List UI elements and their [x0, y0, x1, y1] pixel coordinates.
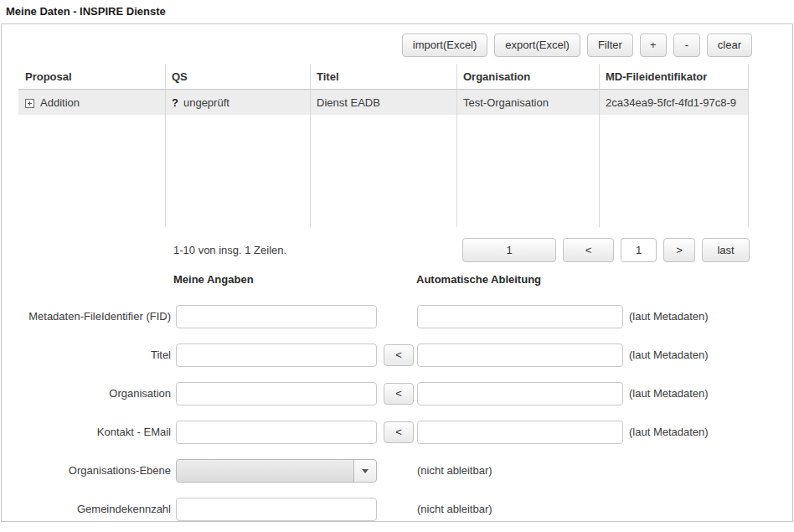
column-header-titel[interactable]: Titel	[310, 64, 456, 89]
gemeindekennzahl-input[interactable]	[176, 498, 377, 521]
page-title: Meine Daten - INSPIRE Dienste	[6, 5, 166, 18]
column-divider	[748, 64, 749, 227]
fid-label: Metadaten-FileIdentifier (FID)	[2, 305, 171, 328]
cell-titel: Dienst EADB	[310, 96, 456, 109]
column-header-proposal[interactable]: Proposal	[18, 64, 165, 89]
auto-fid-input[interactable]	[417, 305, 623, 328]
form-row-gemeindekennzahl: Gemeindekennzahl (nicht ableitbar)	[2, 498, 792, 521]
form-row-fid: Metadaten-FileIdentifier (FID) (laut Met…	[2, 305, 792, 328]
last-page-button[interactable]: last	[702, 238, 750, 262]
organisations-ebene-note: (nicht ableitbar)	[417, 459, 492, 483]
column-header-md-fileidentifikator[interactable]: MD-Fileidentifikator	[599, 64, 749, 89]
table-row[interactable]: Addition ?ungeprüft Dienst EADB Test-Org…	[18, 90, 749, 115]
remove-row-button[interactable]: -	[673, 34, 700, 57]
chevron-down-icon	[362, 469, 369, 473]
add-row-button[interactable]: +	[640, 34, 667, 57]
my-data-column-header: Meine Angaben	[173, 273, 254, 286]
auto-titel-input[interactable]	[417, 343, 623, 367]
form-row-organisations-ebene: Organisations-Ebene (nicht ableitbar)	[2, 459, 792, 483]
fid-note: (laut Metadaten)	[629, 305, 709, 328]
my-organisation-input[interactable]	[176, 382, 377, 405]
organisations-ebene-select[interactable]	[176, 459, 377, 483]
question-icon: ?	[172, 96, 178, 109]
filter-button[interactable]: Filter	[587, 34, 633, 57]
pagination-summary: 1-10 von insg. 1 Zeilen.	[173, 238, 286, 262]
form-row-kontakt-email: Kontakt - EMail < (laut Metadaten)	[2, 421, 792, 444]
pagination: 1 < > last	[462, 238, 750, 262]
transfer-titel-button[interactable]: <	[384, 344, 414, 366]
services-table: Proposal QS Titel Organisation MD-Fileid…	[18, 64, 749, 227]
column-divider	[456, 64, 457, 227]
gemeindekennzahl-label: Gemeindekennzahl	[2, 498, 171, 521]
organisation-note: (laut Metadaten)	[629, 382, 709, 405]
my-fid-input[interactable]	[176, 305, 377, 328]
organisations-ebene-label: Organisations-Ebene	[2, 459, 171, 483]
auto-organisation-input[interactable]	[417, 382, 623, 405]
expand-plus-icon[interactable]	[25, 99, 34, 108]
form-row-organisation: Organisation < (laut Metadaten)	[2, 382, 792, 405]
gemeindekennzahl-note: (nicht ableitbar)	[417, 498, 492, 521]
prev-page-button[interactable]: <	[563, 238, 614, 262]
toolbar: import(Excel) export(Excel) Filter + - c…	[402, 34, 752, 57]
column-divider	[599, 64, 600, 227]
column-header-qs[interactable]: QS	[165, 64, 310, 89]
cell-md-fileidentifikator: 2ca34ea9-5fcf-4fd1-97c8-9	[599, 96, 749, 109]
auto-kontakt-email-input[interactable]	[417, 421, 623, 444]
clear-button[interactable]: clear	[707, 34, 752, 57]
titel-note: (laut Metadaten)	[629, 343, 709, 367]
proposal-text: Addition	[40, 96, 80, 109]
kontakt-email-note: (laut Metadaten)	[629, 421, 709, 444]
my-kontakt-email-input[interactable]	[176, 421, 377, 444]
next-page-button[interactable]: >	[663, 238, 695, 262]
column-header-organisation[interactable]: Organisation	[456, 64, 599, 89]
kontakt-email-label: Kontakt - EMail	[2, 421, 171, 444]
column-divider	[165, 64, 166, 227]
my-titel-input[interactable]	[176, 343, 377, 367]
auto-derivation-column-header: Automatische Ableitung	[416, 273, 541, 286]
export-excel-button[interactable]: export(Excel)	[494, 34, 580, 57]
dropdown-arrow-button[interactable]	[353, 460, 376, 482]
column-divider	[310, 64, 311, 227]
form-row-titel: Titel < (laut Metadaten)	[2, 343, 792, 367]
main-panel: import(Excel) export(Excel) Filter + - c…	[1, 23, 793, 522]
page-1-button[interactable]: 1	[462, 238, 556, 262]
organisation-label: Organisation	[2, 382, 171, 405]
titel-label: Titel	[2, 343, 171, 367]
cell-qs: ?ungeprüft	[165, 96, 310, 109]
import-excel-button[interactable]: import(Excel)	[402, 34, 488, 57]
table-header-row: Proposal QS Titel Organisation MD-Fileid…	[18, 64, 749, 90]
cell-proposal: Addition	[18, 96, 165, 109]
qs-text: ungeprüft	[183, 96, 229, 109]
page-number-input[interactable]	[621, 238, 657, 262]
transfer-kontakt-email-button[interactable]: <	[384, 421, 414, 443]
transfer-organisation-button[interactable]: <	[384, 383, 414, 405]
cell-organisation: Test-Organisation	[456, 96, 599, 109]
